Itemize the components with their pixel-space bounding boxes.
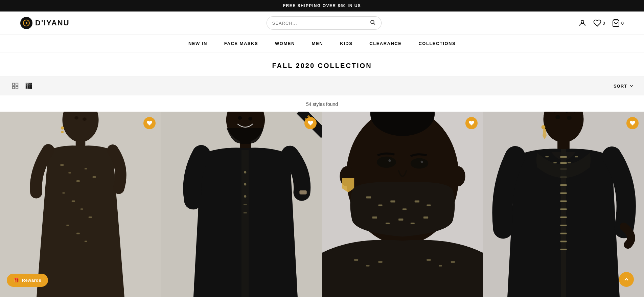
nav-item-men[interactable]: MEN <box>312 41 323 46</box>
svg-rect-11 <box>28 83 29 85</box>
sort-button[interactable]: SORT <box>614 84 634 89</box>
svg-rect-88 <box>560 192 567 194</box>
svg-rect-48 <box>244 212 247 213</box>
rewards-button[interactable]: 🎁 Rewards <box>7 274 48 287</box>
svg-rect-15 <box>30 85 32 87</box>
svg-rect-67 <box>372 216 377 219</box>
nav-item-new-in[interactable]: NEW IN <box>188 41 207 46</box>
svg-point-58 <box>411 158 428 169</box>
nav-item-clearance[interactable]: CLEARANCE <box>369 41 401 46</box>
wishlist-button-1[interactable] <box>143 117 156 129</box>
svg-rect-68 <box>386 223 390 224</box>
collection-title: FALL 2020 COLLECTION <box>0 52 644 76</box>
rewards-label: Rewards <box>22 278 42 283</box>
svg-rect-65 <box>415 201 419 203</box>
svg-rect-94 <box>560 241 567 243</box>
wishlist-button[interactable]: 0 <box>593 19 605 27</box>
svg-point-101 <box>567 116 572 120</box>
view-toggles <box>10 81 34 91</box>
svg-rect-17 <box>28 88 29 89</box>
svg-point-38 <box>61 131 64 133</box>
svg-point-56 <box>451 166 465 186</box>
nav-item-kids[interactable]: KIDS <box>340 41 352 46</box>
collection-title-text: FALL 2020 COLLECTION <box>272 62 372 69</box>
account-button[interactable] <box>578 19 586 27</box>
svg-rect-93 <box>560 233 567 234</box>
search-icon[interactable] <box>370 19 376 27</box>
wishlist-button-3[interactable] <box>465 117 478 129</box>
svg-point-59 <box>388 159 391 162</box>
wishlist-button-4[interactable] <box>626 117 639 129</box>
svg-rect-84 <box>560 162 567 164</box>
svg-point-60 <box>421 161 423 163</box>
svg-rect-76 <box>439 265 442 267</box>
svg-rect-61 <box>366 197 371 199</box>
svg-rect-10 <box>26 83 27 85</box>
svg-point-49 <box>238 116 242 120</box>
svg-rect-75 <box>427 259 431 261</box>
scroll-top-button[interactable] <box>619 272 634 287</box>
nav-item-face-masks[interactable]: FACE MASKS <box>224 41 258 46</box>
svg-rect-99 <box>575 156 578 158</box>
svg-rect-6 <box>13 83 15 85</box>
svg-rect-9 <box>16 87 18 89</box>
svg-rect-64 <box>402 208 407 210</box>
product-image <box>0 112 161 297</box>
svg-rect-14 <box>28 85 29 87</box>
svg-point-102 <box>542 125 546 129</box>
wishlist-button-2[interactable] <box>304 117 317 129</box>
svg-rect-32 <box>66 225 69 226</box>
svg-rect-92 <box>560 225 567 226</box>
svg-rect-31 <box>89 216 92 218</box>
nav-item-women[interactable]: WOMEN <box>275 41 295 46</box>
svg-rect-7 <box>16 83 18 85</box>
rewards-icon: 🎁 <box>14 278 19 283</box>
svg-rect-12 <box>30 83 32 85</box>
svg-rect-30 <box>80 208 83 210</box>
styles-found-text: 54 styles found <box>306 101 338 107</box>
svg-rect-77 <box>451 261 455 263</box>
svg-point-4 <box>581 20 584 23</box>
product-card <box>483 112 644 297</box>
logo-icon <box>20 17 32 29</box>
svg-rect-47 <box>244 204 247 205</box>
product-image <box>483 112 644 297</box>
sort-label: SORT <box>614 84 627 89</box>
svg-rect-24 <box>68 172 71 174</box>
svg-rect-34 <box>85 241 87 242</box>
grid-view-small-button[interactable] <box>10 81 20 91</box>
cart-count: 0 <box>621 21 624 26</box>
svg-rect-62 <box>378 204 383 206</box>
toolbar: SORT <box>0 76 644 95</box>
svg-point-46 <box>244 195 246 198</box>
svg-rect-18 <box>30 88 32 89</box>
nav-item-collections[interactable]: COLLECTIONS <box>418 41 456 46</box>
logo-link[interactable]: D'IYANU <box>20 17 70 29</box>
site-header: D'IYANU 0 <box>0 12 644 35</box>
svg-rect-74 <box>378 261 383 263</box>
svg-rect-73 <box>366 265 370 267</box>
svg-rect-97 <box>553 162 557 163</box>
product-grid: PRE-ORDER <box>0 112 644 297</box>
svg-rect-91 <box>560 216 567 218</box>
cart-button[interactable]: 0 <box>612 19 624 27</box>
product-image <box>322 112 483 297</box>
svg-rect-69 <box>398 219 403 221</box>
svg-rect-66 <box>427 204 431 206</box>
styles-found: 54 styles found <box>0 95 644 112</box>
svg-rect-98 <box>568 162 571 163</box>
svg-marker-1 <box>26 22 28 24</box>
svg-rect-26 <box>85 168 87 169</box>
svg-rect-13 <box>26 85 27 87</box>
product-image <box>161 112 322 297</box>
svg-rect-29 <box>72 201 75 202</box>
svg-rect-70 <box>411 223 415 224</box>
search-input[interactable] <box>272 21 367 26</box>
svg-rect-71 <box>423 216 428 219</box>
svg-point-50 <box>248 117 252 121</box>
svg-rect-87 <box>560 184 567 186</box>
grid-view-large-button[interactable] <box>24 81 34 91</box>
svg-rect-23 <box>61 164 64 166</box>
svg-rect-33 <box>76 233 80 234</box>
svg-rect-27 <box>93 176 96 178</box>
